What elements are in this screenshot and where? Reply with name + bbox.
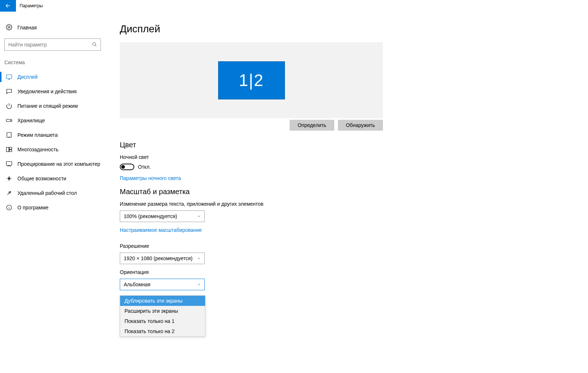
sidebar: Главная Система Дисплей Уведомления и де… [0,12,105,373]
svg-rect-7 [9,147,12,149]
sidebar-item-shared[interactable]: Общие возможности [0,171,105,186]
dropdown-option-only2[interactable]: Показать только на 2 [120,326,205,336]
custom-scaling-link[interactable]: Настраиваемое масштабирование [120,227,202,233]
night-light-toggle[interactable] [120,164,134,170]
chevron-down-icon [197,214,201,218]
dropdown-option-only1[interactable]: Показать только на 1 [120,316,205,326]
monitor-tile[interactable]: 1|2 [218,61,285,99]
titlebar: Параметры [0,0,588,12]
shared-icon [6,175,12,182]
page-title: Дисплей [120,23,573,35]
identify-button[interactable]: Определить [290,120,334,131]
main-content: Дисплей 1|2 Определить Обнаружить Цвет Н… [105,12,588,373]
storage-icon [6,117,12,124]
tablet-icon [6,132,12,138]
svg-point-4 [11,120,11,121]
svg-rect-2 [7,75,12,79]
svg-rect-9 [7,161,12,165]
orientation-dropdown[interactable]: Альбомная [120,279,205,290]
svg-point-0 [8,26,10,28]
scale-dropdown[interactable]: 100% (рекомендуется) [120,210,205,222]
multi-display-dropdown-list: Дублировать эти экраны Расширить эти экр… [120,295,205,337]
sidebar-item-multitask[interactable]: Многозадачность [0,142,105,157]
back-button[interactable] [0,0,16,12]
sidebar-item-storage[interactable]: Хранилище [0,113,105,128]
chevron-down-icon [197,257,201,260]
home-label: Главная [17,25,37,30]
sidebar-item-projecting[interactable]: Проецирование на этот компьютер [0,157,105,171]
svg-point-1 [93,42,95,45]
notification-icon [6,88,12,95]
scale-heading: Масштаб и разметка [120,188,573,196]
night-light-state: Откл. [138,164,151,170]
sidebar-item-label: Уведомления и действия [17,89,77,94]
search-input[interactable] [8,42,92,48]
arrow-left-icon [5,3,11,9]
orientation-value: Альбомная [124,282,150,287]
chevron-down-icon [197,283,201,286]
power-icon [6,103,12,109]
dropdown-option-duplicate[interactable]: Дублировать эти экраны [120,296,205,306]
sidebar-item-about[interactable]: О программе [0,200,105,215]
sidebar-item-label: Удаленный рабочий стол [17,190,77,196]
search-input-wrap[interactable] [4,38,101,51]
sidebar-item-display[interactable]: Дисплей [0,70,105,84]
color-heading: Цвет [120,141,573,149]
sidebar-category: Система [0,60,105,65]
orientation-label: Ориентация [120,269,573,275]
sidebar-item-label: Дисплей [17,74,38,80]
remote-icon [6,190,12,196]
display-arrangement-panel[interactable]: 1|2 [120,42,383,118]
sidebar-item-power[interactable]: Питание и спящий режим [0,99,105,113]
sidebar-item-label: Многозадачность [17,147,58,152]
sidebar-item-label: Режим планшета [17,132,58,138]
resolution-value: 1920 × 1080 (рекомендуется) [124,255,192,261]
scale-value: 100% (рекомендуется) [124,213,177,219]
search-icon [92,42,97,48]
multitask-icon [6,146,12,153]
sidebar-item-label: Питание и спящий режим [17,103,78,109]
window-title: Параметры [16,3,43,8]
sidebar-item-label: Хранилище [17,118,45,123]
home-button[interactable]: Главная [0,20,105,35]
projecting-icon [6,161,12,167]
sidebar-item-label: Проецирование на этот компьютер [17,161,100,167]
gear-icon [6,24,12,32]
toggle-knob [121,165,125,169]
dropdown-option-extend[interactable]: Расширить эти экраны [120,306,205,316]
sidebar-item-notifications[interactable]: Уведомления и действия [0,84,105,99]
svg-rect-6 [7,147,9,152]
scale-label: Изменение размера текста, приложений и д… [120,201,573,207]
sidebar-item-remote[interactable]: Удаленный рабочий стол [0,186,105,200]
resolution-dropdown[interactable]: 1920 × 1080 (рекомендуется) [120,253,205,264]
sidebar-item-label: О программе [17,205,49,210]
sidebar-item-tablet[interactable]: Режим планшета [0,128,105,142]
sidebar-item-label: Общие возможности [17,176,66,181]
resolution-label: Разрешение [120,243,573,249]
monitor-icon [6,74,12,80]
night-light-settings-link[interactable]: Параметры ночного света [120,175,181,181]
night-light-label: Ночной свет [120,154,573,160]
info-icon [6,204,12,211]
detect-button[interactable]: Обнаружить [338,120,383,131]
svg-rect-8 [9,150,12,152]
